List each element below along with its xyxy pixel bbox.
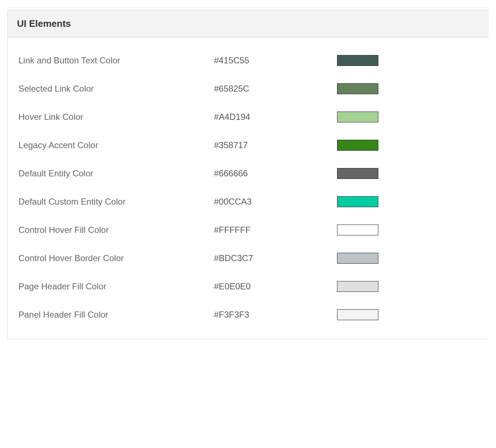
- color-swatch[interactable]: [337, 140, 378, 151]
- color-value: #E0E0E0: [214, 281, 337, 292]
- panel-title: UI Elements: [17, 18, 479, 29]
- color-swatch[interactable]: [337, 55, 378, 66]
- color-label: Page Header Fill Color: [18, 281, 214, 292]
- color-label: Panel Header Fill Color: [18, 310, 214, 320]
- color-swatch[interactable]: [337, 168, 378, 179]
- color-label: Legacy Accent Color: [18, 140, 214, 150]
- color-swatch[interactable]: [337, 281, 378, 292]
- color-swatch[interactable]: [337, 225, 378, 235]
- color-label: Default Custom Entity Color: [18, 197, 214, 207]
- color-swatch[interactable]: [337, 83, 378, 94]
- panel-body: Link and Button Text Color#415C55Selecte…: [8, 38, 489, 339]
- color-value: #00CCA3: [214, 197, 337, 207]
- color-swatch[interactable]: [337, 112, 378, 122]
- color-label: Control Hover Border Color: [18, 253, 214, 263]
- color-row: Selected Link Color#65825C: [8, 75, 489, 103]
- color-label: Control Hover Fill Color: [18, 225, 214, 235]
- color-row: Page Header Fill Color#E0E0E0: [8, 272, 489, 301]
- color-row: Hover Link Color#A4D194: [8, 103, 489, 131]
- color-row: Panel Header Fill Color#F3F3F3: [8, 301, 489, 329]
- color-row: Control Hover Fill Color#FFFFFF: [8, 216, 489, 244]
- color-value: #666666: [214, 168, 337, 179]
- color-value: #415C55: [214, 55, 337, 66]
- color-swatch[interactable]: [337, 196, 378, 207]
- color-label: Selected Link Color: [18, 84, 214, 94]
- color-value: #358717: [214, 140, 337, 150]
- color-value: #F3F3F3: [214, 310, 337, 320]
- color-label: Link and Button Text Color: [18, 55, 214, 66]
- color-row: Default Entity Color#666666: [8, 159, 489, 188]
- color-value: #A4D194: [214, 112, 337, 122]
- panel-header: UI Elements: [8, 10, 489, 38]
- color-label: Default Entity Color: [18, 168, 214, 179]
- color-row: Control Hover Border Color#BDC3C7: [8, 244, 489, 272]
- color-value: #65825C: [214, 84, 337, 94]
- color-value: #FFFFFF: [214, 225, 337, 235]
- color-row: Link and Button Text Color#415C55: [8, 46, 489, 75]
- ui-elements-panel: UI Elements Link and Button Text Color#4…: [7, 10, 489, 339]
- color-value: #BDC3C7: [214, 253, 337, 263]
- color-swatch[interactable]: [337, 253, 378, 264]
- top-divider: [7, 7, 489, 8]
- color-row: Default Custom Entity Color#00CCA3: [8, 188, 489, 216]
- color-label: Hover Link Color: [18, 112, 214, 122]
- color-swatch[interactable]: [337, 309, 378, 320]
- color-row: Legacy Accent Color#358717: [8, 131, 489, 159]
